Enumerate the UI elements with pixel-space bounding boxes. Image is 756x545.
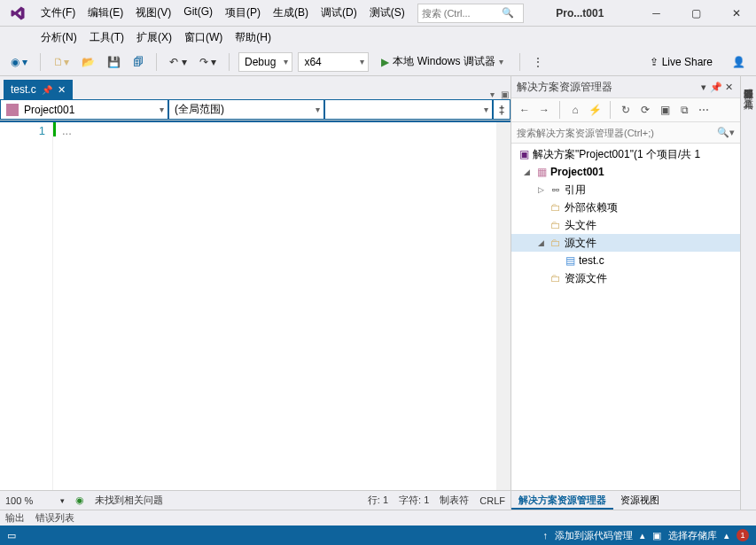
tab-toolbox[interactable]: 工具箱 xyxy=(740,87,756,97)
panel-search-input[interactable] xyxy=(517,128,717,138)
tab-solution-explorer[interactable]: 解决方案资源管理器 xyxy=(511,491,613,510)
tree-external[interactable]: 🗀 外部依赖项 xyxy=(511,199,740,216)
menu-view[interactable]: 视图(V) xyxy=(130,2,176,24)
search-box[interactable]: 🔍 xyxy=(417,4,524,23)
forward-icon[interactable]: → xyxy=(536,102,552,118)
menu-project[interactable]: 项目(P) xyxy=(220,2,266,24)
minimize-button[interactable]: ─ xyxy=(636,0,676,27)
extra-dropdown[interactable]: ⋮ xyxy=(529,54,547,70)
refresh-icon[interactable]: ⟳ xyxy=(637,102,653,118)
tree-file-testc[interactable]: ▤ test.c xyxy=(511,252,740,269)
ok-icon: ◉ xyxy=(75,494,84,506)
search-icon[interactable]: 🔍 xyxy=(498,7,518,19)
editor-statusbar: 100 % ▾ ◉ 未找到相关问题 行: 1 字符: 1 制表符 CRLF xyxy=(0,490,510,510)
window-icon[interactable]: ▭ xyxy=(7,530,16,541)
vertical-scrollbar[interactable] xyxy=(496,121,510,490)
project-icon xyxy=(6,104,19,116)
collapse-icon[interactable]: ⧉ xyxy=(676,102,692,118)
arrow-up-icon: ↑ xyxy=(543,530,549,541)
home-icon[interactable]: ⌂ xyxy=(567,102,583,118)
close-button[interactable]: ✕ xyxy=(716,0,756,27)
tab-server-explorer[interactable]: 服务器资源管理器 xyxy=(740,76,756,87)
expand-icon[interactable]: ◢ xyxy=(524,167,534,176)
pin-icon[interactable]: 📌 xyxy=(710,82,722,93)
expand-icon[interactable]: ▷ xyxy=(538,185,549,194)
nav-member-select[interactable] xyxy=(324,99,493,120)
eol-mode[interactable]: CRLF xyxy=(479,495,505,506)
config-select[interactable]: Debug xyxy=(238,52,292,72)
expand-icon[interactable]: ◢ xyxy=(538,238,549,247)
start-debug-button[interactable]: ▶ 本地 Windows 调试器 ▾ xyxy=(374,52,510,71)
switch-icon[interactable]: ⚡ xyxy=(587,102,603,118)
nav-project-select[interactable]: Project001 xyxy=(0,99,168,120)
menu-window[interactable]: 窗口(W) xyxy=(179,28,228,47)
menu-analyze[interactable]: 分析(N) xyxy=(35,28,82,47)
main-toolbar: ◉ ▾ 🗋▾ 📂 💾 🗐 ↶ ▾ ↷ ▾ Debug x64 ▶ 本地 Wind… xyxy=(0,48,756,76)
panel-search[interactable]: 🔍▾ xyxy=(511,122,740,144)
tab-output[interactable]: 输出 xyxy=(5,511,25,525)
menu-tools[interactable]: 工具(T) xyxy=(84,28,129,47)
tab-error-list[interactable]: 错误列表 xyxy=(35,511,74,525)
search-input[interactable] xyxy=(418,8,498,19)
undo-button[interactable]: ↶ ▾ xyxy=(166,54,190,70)
folder-icon: 🗀 xyxy=(549,272,563,284)
panel-dropdown-icon[interactable]: ▾ xyxy=(698,82,710,93)
save-all-button[interactable]: 🗐 xyxy=(129,54,147,70)
tree-headers[interactable]: 🗀 头文件 xyxy=(511,216,740,234)
solution-tree[interactable]: ▣ 解决方案"Project001"(1 个项目/共 1 ◢ ▦ Project… xyxy=(511,144,740,490)
issues-text[interactable]: 未找到相关问题 xyxy=(95,494,163,507)
nav-add-button[interactable]: ‡ xyxy=(493,99,510,120)
tree-solution-root[interactable]: ▣ 解决方案"Project001"(1 个项目/共 1 xyxy=(511,145,740,163)
editor-pane: test.c 📌 ✕ ▾ ▣ Project001 (全局范围) ‡ 1 ... xyxy=(0,76,511,510)
close-icon[interactable]: ✕ xyxy=(58,84,66,96)
cursor-line[interactable]: 行: 1 xyxy=(368,494,388,507)
cursor-col[interactable]: 字符: 1 xyxy=(399,494,429,507)
close-icon[interactable]: ✕ xyxy=(722,82,735,93)
editor-tab-testc[interactable]: test.c 📌 ✕ xyxy=(4,80,73,99)
select-repo[interactable]: 选择存储库 xyxy=(668,529,717,542)
tab-resource-view[interactable]: 资源视图 xyxy=(613,491,666,510)
tree-sources[interactable]: ◢ 🗀 源文件 xyxy=(511,234,740,252)
menu-build[interactable]: 生成(B) xyxy=(268,2,314,24)
folder-icon: 🗀 xyxy=(549,201,563,214)
panel-title-text: 解决方案资源管理器 xyxy=(517,80,612,95)
sync-icon[interactable]: ↻ xyxy=(618,102,634,118)
save-button[interactable]: 💾 xyxy=(104,54,124,70)
new-item-button[interactable]: 🗋▾ xyxy=(50,54,73,70)
menu-extensions[interactable]: 扩展(X) xyxy=(131,28,177,47)
search-icon[interactable]: 🔍▾ xyxy=(717,127,735,138)
menu-debug[interactable]: 调试(D) xyxy=(316,2,362,24)
menu-test[interactable]: 测试(S) xyxy=(364,2,410,24)
title-bar: 文件(F) 编辑(E) 视图(V) Git(G) 项目(P) 生成(B) 调试(… xyxy=(0,0,756,27)
tree-references[interactable]: ▷ ▫▫ 引用 xyxy=(511,181,740,199)
play-icon: ▶ xyxy=(381,56,389,68)
back-icon[interactable]: ← xyxy=(517,102,533,118)
tab-overflow-button[interactable]: ▾ xyxy=(486,90,498,99)
tree-resources[interactable]: 🗀 资源文件 xyxy=(511,269,740,287)
add-source-control[interactable]: 添加到源代码管理 xyxy=(555,529,633,542)
tab-menu-button[interactable]: ▣ xyxy=(498,90,510,99)
open-button[interactable]: 📂 xyxy=(78,54,98,70)
menu-help[interactable]: 帮助(H) xyxy=(230,28,277,47)
nav-scope-select[interactable]: (全局范围) xyxy=(168,99,324,120)
code-editor[interactable]: 1 ... xyxy=(0,121,510,490)
zoom-level[interactable]: 100 % xyxy=(5,495,50,506)
indent-mode[interactable]: 制表符 xyxy=(440,494,469,507)
menu-edit[interactable]: 编辑(E) xyxy=(82,2,129,24)
properties-icon[interactable]: ⋯ xyxy=(696,102,712,118)
maximize-button[interactable]: ▢ xyxy=(676,0,716,27)
menu-git[interactable]: Git(G) xyxy=(178,2,218,24)
tree-project[interactable]: ◢ ▦ Project001 xyxy=(511,163,740,181)
pin-icon[interactable]: 📌 xyxy=(42,85,52,95)
platform-select[interactable]: x64 xyxy=(298,52,369,72)
nav-back-button[interactable]: ◉ ▾ xyxy=(7,54,31,70)
share-icon: ⇪ xyxy=(650,56,659,68)
menu-file[interactable]: 文件(F) xyxy=(35,2,81,24)
code-body[interactable]: ... xyxy=(53,121,496,490)
liveshare-button[interactable]: ⇪ Live Share xyxy=(643,56,720,68)
solution-icon: ▣ xyxy=(517,148,531,160)
showall-icon[interactable]: ▣ xyxy=(657,102,673,118)
notification-bell[interactable]: 1 xyxy=(737,529,749,541)
feedback-icon[interactable]: 👤 xyxy=(729,54,749,70)
redo-button[interactable]: ↷ ▾ xyxy=(196,54,220,70)
